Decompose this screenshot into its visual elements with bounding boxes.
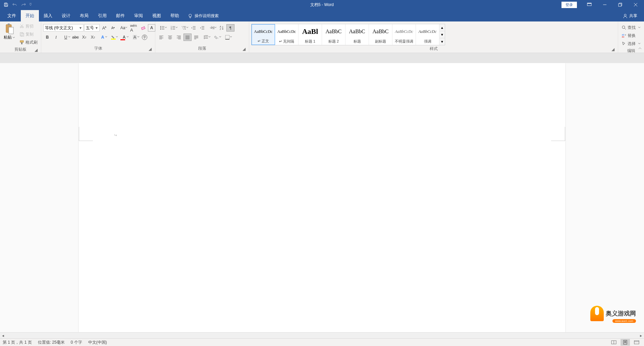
- qat-customize-dropdown[interactable]: [28, 1, 33, 9]
- scroll-left-arrow[interactable]: ◂: [0, 333, 6, 339]
- svg-point-6: [624, 14, 626, 16]
- font-color-button[interactable]: A: [119, 34, 129, 41]
- svg-rect-14: [20, 41, 23, 42]
- scroll-right-arrow[interactable]: ▸: [638, 333, 644, 339]
- tab-review[interactable]: 审阅: [129, 10, 148, 21]
- window-restore-button[interactable]: [612, 0, 628, 9]
- tell-me-search[interactable]: 操作说明搜索: [184, 10, 223, 21]
- style-item-7[interactable]: AaBbCcDc强调: [416, 24, 439, 45]
- tab-references[interactable]: 引用: [93, 10, 111, 21]
- scroll-track[interactable]: [6, 333, 638, 339]
- status-page[interactable]: 第 1 页，共 1 页: [3, 340, 32, 345]
- horizontal-scrollbar[interactable]: ◂ ▸: [0, 332, 644, 338]
- phonetic-guide-button[interactable]: wénA: [128, 24, 139, 32]
- tab-layout[interactable]: 布局: [75, 10, 93, 21]
- multilevel-list-button[interactable]: [179, 24, 189, 32]
- strikethrough-button[interactable]: abc: [71, 34, 79, 41]
- style-item-0[interactable]: AaBbCcDc↵ 正文: [252, 24, 275, 45]
- font-size-combo[interactable]: 五号▾: [84, 24, 100, 32]
- status-word-count[interactable]: 0 个字: [71, 340, 82, 345]
- collapse-ribbon-button[interactable]: [638, 47, 642, 51]
- style-name-label: 不明显强调: [395, 38, 413, 44]
- qat-save-button[interactable]: [2, 1, 10, 9]
- style-item-4[interactable]: AaBbC标题: [345, 24, 369, 45]
- styles-gallery-scroller[interactable]: ▴▾▾: [439, 24, 445, 45]
- replace-button[interactable]: abac替换: [620, 32, 637, 39]
- view-print-layout-button[interactable]: [621, 339, 630, 346]
- style-item-1[interactable]: AaBbCcDc↵ 无间隔: [275, 24, 299, 45]
- svg-rect-17: [111, 39, 116, 40]
- text-effects-button[interactable]: A: [98, 34, 108, 41]
- superscript-button[interactable]: X2: [89, 34, 97, 41]
- share-button[interactable]: 共享: [619, 12, 641, 20]
- style-item-5[interactable]: AaBbC副标题: [369, 24, 392, 45]
- asian-layout-button[interactable]: [207, 24, 217, 32]
- clipboard-dialog-launcher[interactable]: ◢: [34, 48, 38, 52]
- find-button[interactable]: 查找: [620, 24, 642, 31]
- status-position[interactable]: 位置值: 25毫米: [38, 340, 65, 345]
- subscript-button[interactable]: X2: [80, 34, 88, 41]
- view-web-layout-button[interactable]: [632, 339, 641, 346]
- tab-design[interactable]: 设计: [57, 10, 75, 21]
- increase-indent-button[interactable]: [198, 24, 206, 32]
- align-left-button[interactable]: [157, 34, 165, 41]
- gallery-expand[interactable]: ▾: [439, 38, 445, 45]
- char-border-button[interactable]: A: [148, 24, 155, 32]
- shading-button[interactable]: [212, 34, 222, 41]
- select-button[interactable]: 选择: [620, 40, 642, 47]
- clear-formatting-button[interactable]: [139, 24, 147, 32]
- enclose-char-button[interactable]: 字: [141, 34, 149, 41]
- bold-button[interactable]: B: [43, 34, 51, 41]
- borders-button[interactable]: [222, 34, 232, 41]
- align-justify-button[interactable]: [183, 34, 192, 41]
- align-center-button[interactable]: [166, 34, 174, 41]
- tab-home[interactable]: 开始: [21, 10, 39, 21]
- sort-button[interactable]: AZ: [218, 24, 226, 32]
- qat-redo-button[interactable]: [19, 1, 28, 9]
- bullets-button[interactable]: [157, 24, 167, 32]
- styles-gallery[interactable]: AaBbCcDc↵ 正文AaBbCcDc↵ 无间隔AaBl标题 1AaBbC标题…: [251, 24, 445, 45]
- show-hide-marks-button[interactable]: ¶: [226, 24, 234, 32]
- italic-button[interactable]: I: [52, 34, 60, 41]
- logo-name: 奥义游戏网: [606, 309, 636, 317]
- change-case-button[interactable]: Aa: [118, 24, 128, 32]
- align-distribute-button[interactable]: [192, 34, 200, 41]
- document-page[interactable]: ↵ Baiȡ 经验 jingyan.baidu.com: [79, 63, 565, 332]
- paste-button[interactable]: 粘贴: [2, 22, 17, 41]
- qat-undo-button[interactable]: [11, 1, 19, 9]
- highlight-color-button[interactable]: [108, 34, 118, 41]
- line-spacing-button[interactable]: [201, 34, 211, 41]
- svg-rect-15: [21, 42, 22, 44]
- style-item-3[interactable]: AaBbC标题 2: [322, 24, 345, 45]
- font-dialog-launcher[interactable]: ◢: [148, 47, 152, 51]
- window-minimize-button[interactable]: [597, 0, 612, 9]
- align-right-button[interactable]: [175, 34, 183, 41]
- style-preview: AaBbC: [373, 25, 389, 38]
- tab-file[interactable]: 文件: [3, 10, 21, 21]
- window-close-button[interactable]: [628, 0, 643, 9]
- style-item-2[interactable]: AaBl标题 1: [299, 24, 322, 45]
- format-painter-button[interactable]: 格式刷: [18, 39, 39, 46]
- tab-insert[interactable]: 插入: [39, 10, 57, 21]
- numbering-button[interactable]: 123: [168, 24, 178, 32]
- styles-dialog-launcher[interactable]: ◢: [610, 47, 615, 52]
- tab-view[interactable]: 视图: [148, 10, 166, 21]
- status-language[interactable]: 中文(中国): [88, 340, 107, 345]
- paragraph-dialog-launcher[interactable]: ◢: [241, 47, 246, 51]
- login-button[interactable]: 登录: [561, 2, 577, 8]
- document-scroll-area[interactable]: ↵ Baiȡ 经验 jingyan.baidu.com 奥义游戏网 www.ao…: [0, 63, 644, 332]
- ribbon-display-options-button[interactable]: [582, 0, 597, 9]
- char-shading-button[interactable]: A: [130, 34, 140, 41]
- group-styles: AaBbCcDc↵ 正文AaBbCcDc↵ 无间隔AaBl标题 1AaBbC标题…: [249, 21, 618, 53]
- grow-font-button[interactable]: A▴: [100, 24, 108, 32]
- style-item-6[interactable]: AaBbCcDc不明显强调: [392, 24, 416, 45]
- decrease-indent-button[interactable]: [190, 24, 198, 32]
- underline-button[interactable]: U: [61, 34, 71, 41]
- view-read-mode-button[interactable]: [609, 339, 619, 346]
- gallery-scroll-up[interactable]: ▴: [439, 24, 445, 31]
- tab-mailings[interactable]: 邮件: [111, 10, 129, 21]
- font-name-combo[interactable]: 等线 (中文正文)▾: [43, 24, 84, 32]
- shrink-font-button[interactable]: A▾: [109, 24, 117, 32]
- gallery-scroll-down[interactable]: ▾: [439, 31, 445, 38]
- tab-help[interactable]: 帮助: [166, 10, 184, 21]
